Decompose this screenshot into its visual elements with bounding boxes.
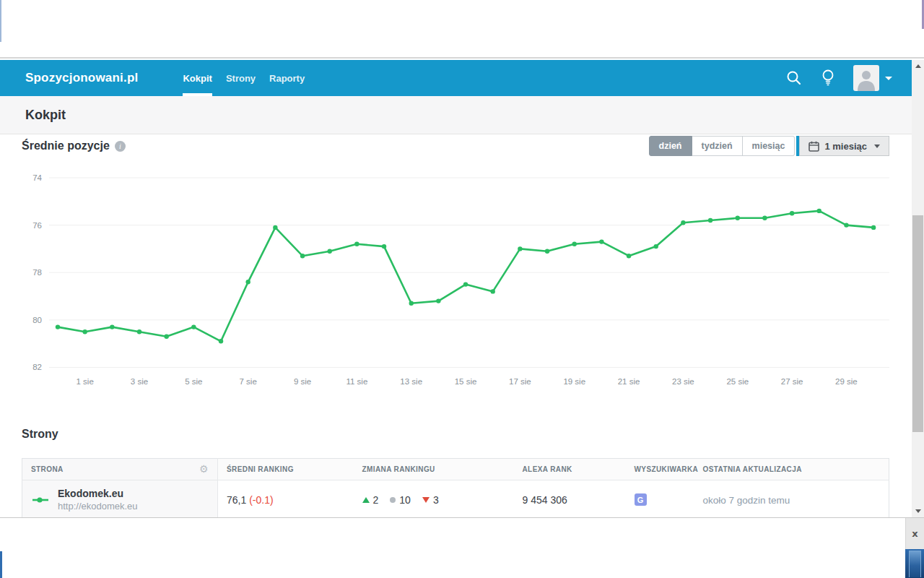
sites-table: STRONA ⚙ ŚREDNI RANKING ZMIANA RANKINGU … <box>22 458 889 519</box>
scrollbar-thumb[interactable] <box>912 215 923 432</box>
chart-point <box>654 244 658 249</box>
chart-controls: dzień tydzień miesiąc 1 miesiąc <box>649 136 889 156</box>
y-tick-label: 82 <box>32 363 42 371</box>
search-icon[interactable] <box>785 69 803 87</box>
lightbulb-icon[interactable] <box>820 69 836 87</box>
chart-point <box>164 335 168 339</box>
chart-point <box>300 254 305 258</box>
nav-item-strony[interactable]: Strony <box>226 60 256 96</box>
chevron-down-icon <box>874 144 880 148</box>
date-range-dropdown[interactable]: 1 miesiąc <box>799 136 889 156</box>
chart-title: Średnie pozycje <box>22 139 110 152</box>
chart-point <box>572 242 577 246</box>
chart-line <box>58 211 873 341</box>
nav-item-label: Kokpit <box>183 73 212 84</box>
sparkline-icon <box>32 495 48 505</box>
x-tick-label: 17 sie <box>509 377 531 386</box>
arrow-down-icon <box>422 497 430 503</box>
chart-point <box>245 280 250 284</box>
nav-item-kokpit[interactable]: Kokpit <box>183 60 212 96</box>
x-tick-label: 29 sie <box>835 377 858 386</box>
bottom-overlay-window: x <box>0 517 924 578</box>
column-header-ostatnia-aktualizacja: OSTATNIA AKTUALIZACJA <box>694 459 889 480</box>
dot-icon <box>390 497 396 503</box>
column-header-label: STRONA <box>31 465 64 473</box>
scrollbar-up-arrow[interactable] <box>912 60 924 72</box>
column-header-alexa-rank: ALEXA RANK <box>514 459 626 480</box>
google-badge: G <box>635 493 647 506</box>
page-title-bar: Kokpit <box>0 96 924 134</box>
page: Spozycjonowani.pl Kokpit Strony Raporty <box>0 0 924 578</box>
chart-point <box>436 298 440 303</box>
x-tick-label: 11 sie <box>346 377 367 386</box>
ranking-change-value: (-0.1) <box>249 494 273 506</box>
site-url: http://ekodomek.eu <box>58 501 138 512</box>
positions-chart[interactable]: 74767880821 sie3 sie5 sie7 sie9 sie11 si… <box>22 163 895 394</box>
x-tick-label: 21 sie <box>618 377 640 386</box>
change-same-count: 10 <box>399 494 411 506</box>
x-tick-label: 27 sie <box>781 377 803 386</box>
chart-point <box>871 225 876 230</box>
chart-point <box>463 282 468 286</box>
table-row[interactable]: Ekodomek.eu http://ekodomek.eu 76,1 (-0.… <box>22 480 889 519</box>
scrollbar[interactable] <box>912 60 924 517</box>
x-tick-label: 7 sie <box>240 377 257 386</box>
chart-point <box>627 254 631 258</box>
section-title-strony: Strony <box>22 428 58 441</box>
chart-point <box>409 301 414 306</box>
calendar-icon <box>808 141 819 152</box>
x-tick-label: 1 sie <box>77 377 94 386</box>
gear-icon[interactable]: ⚙ <box>199 465 209 473</box>
brand-logo[interactable]: Spozycjonowani.pl <box>25 60 138 96</box>
nav-item-label: Strony <box>226 73 256 84</box>
close-icon[interactable]: x <box>912 529 918 538</box>
chart-point <box>82 329 87 334</box>
chart-point <box>328 249 332 254</box>
period-button-miesiac[interactable]: miesiąc <box>743 136 796 156</box>
table-header-row: STRONA ⚙ ŚREDNI RANKING ZMIANA RANKINGU … <box>22 459 889 480</box>
page-title: Kokpit <box>25 108 66 123</box>
y-tick-label: 74 <box>32 173 42 182</box>
y-tick-label: 80 <box>32 316 42 324</box>
chart-point <box>491 289 495 293</box>
alexa-rank-value: 9 454 306 <box>514 480 626 519</box>
period-button-dzien[interactable]: dzień <box>649 136 692 156</box>
chart-point <box>736 216 740 220</box>
last-update-text: około 7 godzin temu <box>703 495 790 506</box>
ranking-change-group: 2 10 3 <box>362 494 505 506</box>
chart-point <box>354 242 359 246</box>
window-edge-left <box>0 551 2 578</box>
x-tick-label: 15 sie <box>455 377 477 386</box>
taskbar-button-fragment <box>909 551 921 577</box>
info-icon[interactable]: i <box>115 141 126 152</box>
site-name-link[interactable]: Ekodomek.eu <box>58 488 138 499</box>
period-button-tydzien[interactable]: tydzień <box>692 136 743 156</box>
chart-point <box>273 225 277 230</box>
avg-ranking-value: 76,1 <box>227 494 246 506</box>
column-header-wyszukiwarka: WYSZUKIWARKA <box>626 459 694 480</box>
chart-point <box>56 324 60 329</box>
user-menu[interactable] <box>853 65 892 91</box>
chart-point <box>518 246 522 251</box>
column-header-sredni-ranking: ŚREDNI RANKING <box>218 459 354 480</box>
x-tick-label: 9 sie <box>294 377 311 386</box>
chart-point <box>817 209 821 213</box>
y-tick-label: 76 <box>32 221 42 230</box>
chart-point <box>790 211 794 215</box>
nav-item-label: Raporty <box>269 73 305 84</box>
date-range-label: 1 miesiąc <box>824 141 867 152</box>
window-edge-left <box>0 0 1 42</box>
chart-header: Średnie pozycje i dzień tydzień miesiąc … <box>22 135 889 157</box>
x-tick-label: 19 sie <box>563 377 585 386</box>
main-nav: Kokpit Strony Raporty <box>183 60 305 96</box>
top-overlay-window <box>0 0 924 59</box>
avatar <box>853 65 879 91</box>
chart-point <box>219 339 223 343</box>
y-tick-label: 78 <box>32 268 42 277</box>
change-up-count: 2 <box>373 494 379 506</box>
scrollbar-down-arrow[interactable] <box>912 505 924 517</box>
chart-point <box>110 324 114 329</box>
nav-item-raporty[interactable]: Raporty <box>269 60 305 96</box>
change-down-count: 3 <box>433 494 439 506</box>
chart-point <box>599 239 603 243</box>
